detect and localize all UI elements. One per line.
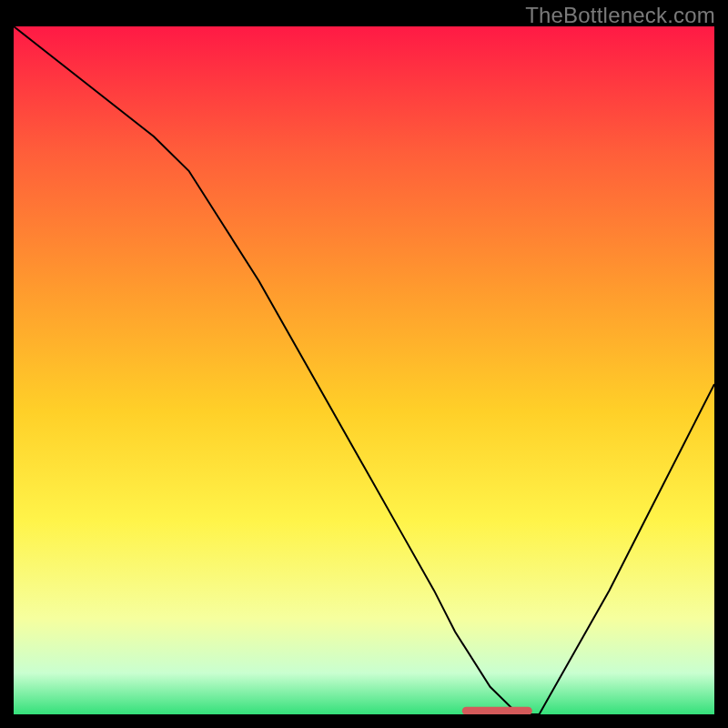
watermark-label: TheBottleneck.com (525, 3, 715, 28)
bottleneck-chart (14, 26, 714, 714)
chart-frame (14, 26, 714, 714)
gradient-background (14, 26, 714, 714)
optimal-range-marker (462, 707, 532, 714)
